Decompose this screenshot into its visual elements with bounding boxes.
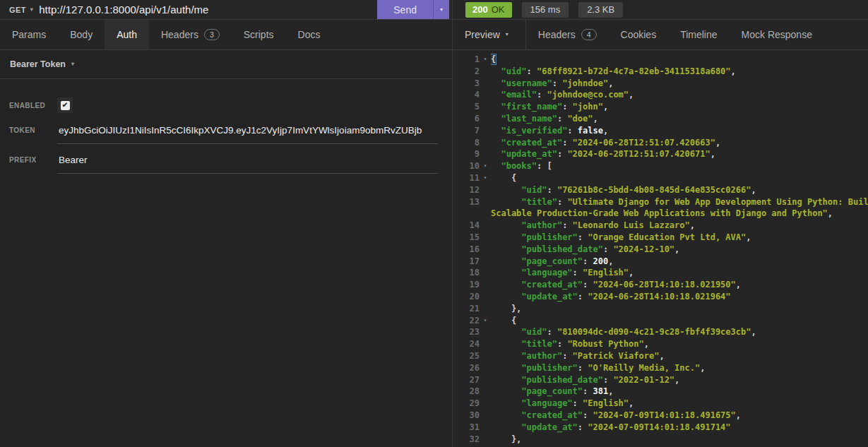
- fold-spacer: [480, 137, 491, 149]
- line-content: {: [491, 54, 868, 66]
- line-content: "publisher": "Orange Education Pvt Ltd, …: [491, 232, 868, 244]
- send-options-button[interactable]: ▾: [433, 0, 449, 19]
- line-number: 1: [453, 54, 480, 66]
- fold-spacer: [480, 422, 491, 434]
- line-number: 31: [453, 422, 480, 434]
- line-content: "title": "Robust Python",: [491, 338, 868, 350]
- fold-spacer: [480, 78, 491, 90]
- url-input[interactable]: http://127.0.0.1:8000/api/v1/auth/me: [39, 0, 377, 19]
- request-tab-params[interactable]: Params: [0, 20, 58, 49]
- line-number: 2: [453, 66, 480, 78]
- line-content: "language": "English",: [491, 267, 868, 279]
- line-number: 16: [453, 244, 480, 256]
- line-number: 17: [453, 256, 480, 268]
- fold-spacer: [480, 362, 491, 374]
- fold-caret-icon[interactable]: ▾: [480, 160, 491, 172]
- api-client-window: GET ▾ http://127.0.0.1:8000/api/v1/auth/…: [0, 0, 868, 447]
- line-content: "title": "Ultimate Django for Web App De…: [491, 196, 868, 208]
- prefix-field[interactable]: Bearer: [57, 154, 438, 174]
- json-line: 21},: [453, 303, 868, 315]
- line-content: "page_count": 381,: [491, 386, 868, 398]
- line-number: 12: [453, 184, 480, 196]
- fold-spacer: [480, 101, 491, 113]
- line-number: [453, 208, 480, 220]
- response-tab-preview[interactable]: Preview▾: [453, 20, 526, 49]
- line-number: 26: [453, 362, 480, 374]
- fold-spacer: [480, 338, 491, 350]
- tab-count-badge: 3: [204, 29, 220, 41]
- line-content: "created_at": "2024-06-28T12:51:07.42066…: [491, 137, 868, 149]
- line-content: "uid": "76261b8c-5bdd-4b08-845d-64e835cc…: [491, 184, 868, 196]
- fold-spacer: [480, 398, 491, 410]
- line-number: 25: [453, 350, 480, 362]
- response-json-viewer: 1▾{2"uid": "68ff8921-b72d-4c7a-82eb-3411…: [453, 50, 868, 447]
- time-badge: 156 ms: [522, 2, 569, 18]
- response-tab-cookies[interactable]: Cookies: [609, 20, 669, 49]
- token-field[interactable]: eyJhbGciOiJIUzI1NiIsInR5cCI6IkpXVCJ9.eyJ…: [57, 124, 438, 144]
- tab-label: Cookies: [621, 29, 657, 40]
- json-line: 26"publisher": "O'Reilly Media, Inc.",: [453, 362, 868, 374]
- line-number: 3: [453, 78, 480, 90]
- json-line: 17"page_count": 200,: [453, 256, 868, 268]
- json-line: 29"language": "English",: [453, 398, 868, 410]
- status-code: 200: [472, 4, 488, 15]
- response-tab-headers[interactable]: Headers4: [526, 20, 609, 49]
- line-number: 32: [453, 434, 480, 446]
- fold-caret-icon[interactable]: ▾: [480, 54, 491, 66]
- fold-spacer: [480, 89, 491, 101]
- tab-label: Scripts: [244, 29, 274, 40]
- request-tab-auth[interactable]: Auth: [105, 20, 149, 49]
- fold-spacer: [480, 279, 491, 291]
- fold-spacer: [480, 232, 491, 244]
- method-dropdown[interactable]: GET ▾: [0, 0, 39, 19]
- line-number: 7: [453, 125, 480, 137]
- json-line: 12"uid": "76261b8c-5bdd-4b08-845d-64e835…: [453, 184, 868, 196]
- line-content: "publisher": "O'Reilly Media, Inc.",: [491, 362, 868, 374]
- json-line: 11▾{: [453, 172, 868, 184]
- fold-caret-icon[interactable]: ▾: [480, 172, 491, 184]
- fold-spacer: [480, 113, 491, 125]
- fold-spacer: [480, 291, 491, 303]
- fold-spacer: [480, 220, 491, 232]
- response-tab-mock-response[interactable]: Mock Response: [730, 20, 824, 49]
- fold-caret-icon[interactable]: ▾: [480, 315, 491, 327]
- line-content: "is_verified": false,: [491, 125, 868, 137]
- line-number: 5: [453, 101, 480, 113]
- json-line: 4"email": "johndoe@co.com",: [453, 89, 868, 101]
- auth-form: ENABLED ✔ TOKEN eyJhbGciOiJIUzI1NiIsInR5…: [0, 79, 452, 174]
- size-badge: 2.3 KB: [578, 2, 623, 18]
- json-line: 27"published_date": "2022-01-12",: [453, 374, 868, 386]
- json-line: 25"author": "Patrick Viafore",: [453, 350, 868, 362]
- response-status-bar: 200 OK 156 ms 2.3 KB: [453, 0, 868, 20]
- request-tab-docs[interactable]: Docs: [286, 20, 333, 49]
- request-tab-scripts[interactable]: Scripts: [232, 20, 286, 49]
- request-tab-body[interactable]: Body: [58, 20, 105, 49]
- tab-label: Docs: [298, 29, 321, 40]
- tab-label: Mock Response: [742, 29, 812, 40]
- json-line: 9"update_at": "2024-06-28T12:51:07.42067…: [453, 148, 868, 160]
- line-content: "update_at": "2024-06-28T12:51:07.420671…: [491, 148, 868, 160]
- line-content: "uid": "68ff8921-b72d-4c7a-82eb-34115318…: [491, 66, 868, 78]
- json-line: 13"title": "Ultimate Django for Web App …: [453, 196, 868, 208]
- json-line: 16"published_date": "2024-12-10",: [453, 244, 868, 256]
- line-number: 27: [453, 374, 480, 386]
- line-number: 29: [453, 398, 480, 410]
- fold-spacer: [480, 148, 491, 160]
- fold-spacer: [480, 267, 491, 279]
- json-line: 31"update_at": "2024-07-09T14:01:18.4917…: [453, 422, 868, 434]
- fold-spacer: [480, 326, 491, 338]
- send-button[interactable]: Send: [377, 0, 433, 19]
- line-number: 24: [453, 338, 480, 350]
- response-tab-timeline[interactable]: Timeline: [668, 20, 729, 49]
- line-content: "page_count": 200,: [491, 256, 868, 268]
- line-content: },: [491, 303, 868, 315]
- enabled-checkbox[interactable]: ✔: [57, 97, 73, 113]
- line-content: "author": "Leonardo Luis Lazzaro",: [491, 220, 868, 232]
- fold-spacer: [480, 350, 491, 362]
- request-tab-headers[interactable]: Headers3: [149, 20, 232, 49]
- line-content: "language": "English",: [491, 398, 868, 410]
- line-number: 15: [453, 232, 480, 244]
- line-content: {: [491, 172, 868, 184]
- prefix-row: PREFIX Bearer: [9, 154, 438, 174]
- auth-type-dropdown[interactable]: Bearer Token ▾: [0, 50, 452, 79]
